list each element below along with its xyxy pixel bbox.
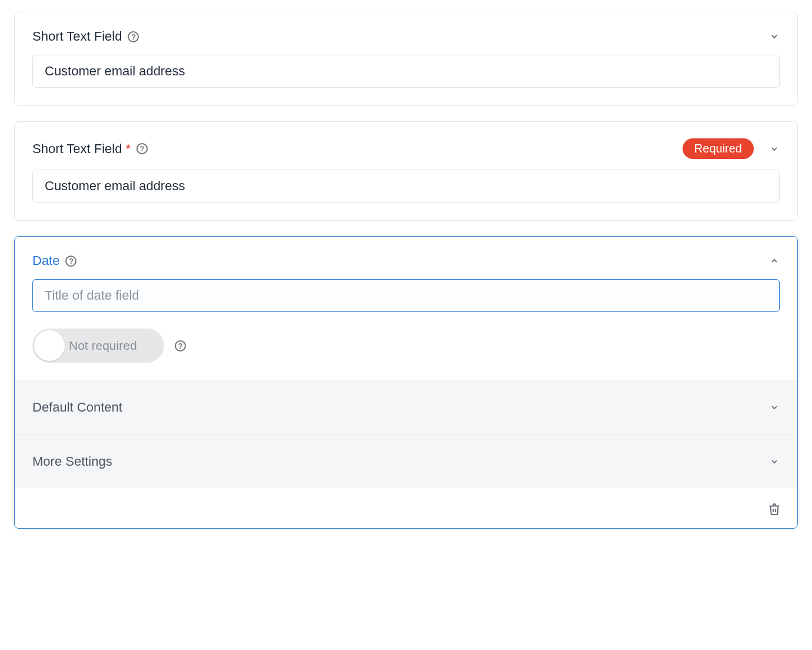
field-header[interactable]: Short Text Field ? bbox=[32, 29, 780, 44]
required-toggle[interactable]: Not required bbox=[32, 329, 164, 363]
help-icon[interactable]: ? bbox=[65, 256, 76, 267]
section-label: More Settings bbox=[32, 454, 112, 469]
toggle-knob bbox=[34, 330, 65, 361]
trash-icon[interactable] bbox=[768, 502, 781, 516]
chevron-down-icon[interactable] bbox=[769, 31, 780, 42]
field-card-short-text-1: Short Text Field ? bbox=[14, 12, 798, 106]
field-title-input[interactable] bbox=[32, 170, 780, 203]
field-header[interactable]: Date ? bbox=[32, 253, 780, 268]
help-icon[interactable]: ? bbox=[128, 31, 139, 42]
more-settings-section[interactable]: More Settings bbox=[15, 434, 797, 488]
field-type-label: Date bbox=[32, 253, 59, 268]
required-asterisk-icon: * bbox=[125, 141, 131, 157]
field-title-input[interactable] bbox=[32, 55, 780, 88]
chevron-down-icon[interactable] bbox=[769, 144, 780, 154]
field-card-short-text-2: Short Text Field * ? Required bbox=[14, 121, 798, 221]
help-icon[interactable]: ? bbox=[137, 143, 148, 154]
help-icon[interactable]: ? bbox=[175, 340, 186, 351]
default-content-section[interactable]: Default Content bbox=[15, 380, 797, 434]
section-label: Default Content bbox=[32, 400, 122, 415]
field-type-label: Short Text Field bbox=[32, 29, 122, 44]
field-card-date: Date ? Not required ? Default Content Mo… bbox=[14, 236, 798, 529]
chevron-down-icon bbox=[769, 456, 780, 467]
field-footer bbox=[15, 488, 797, 528]
required-badge: Required bbox=[683, 138, 754, 159]
chevron-down-icon bbox=[769, 402, 780, 413]
field-title-input[interactable] bbox=[32, 279, 780, 312]
chevron-up-icon[interactable] bbox=[769, 256, 780, 266]
field-header[interactable]: Short Text Field * ? Required bbox=[32, 138, 780, 159]
field-type-label: Short Text Field bbox=[32, 141, 122, 157]
toggle-label: Not required bbox=[69, 339, 137, 353]
